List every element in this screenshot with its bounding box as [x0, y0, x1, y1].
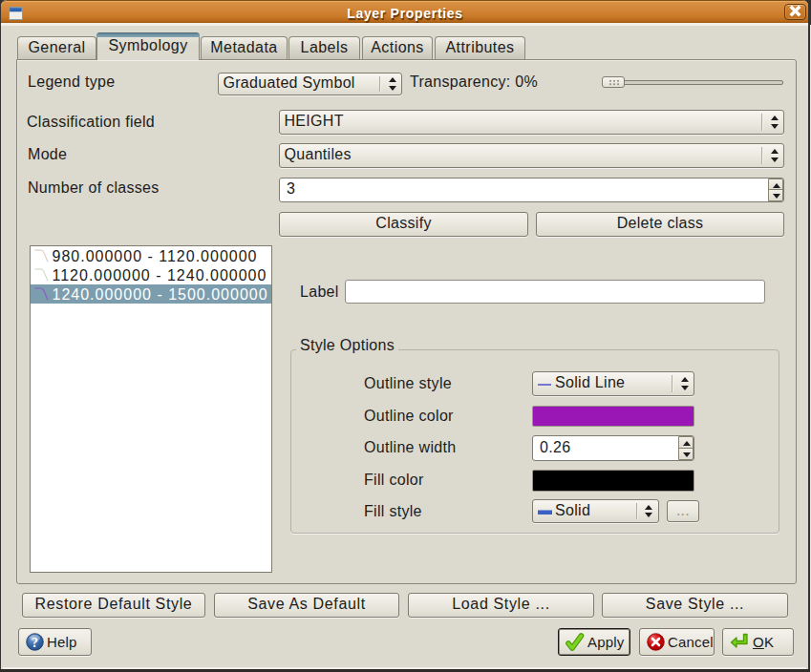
svg-text:?: ? — [32, 636, 38, 650]
